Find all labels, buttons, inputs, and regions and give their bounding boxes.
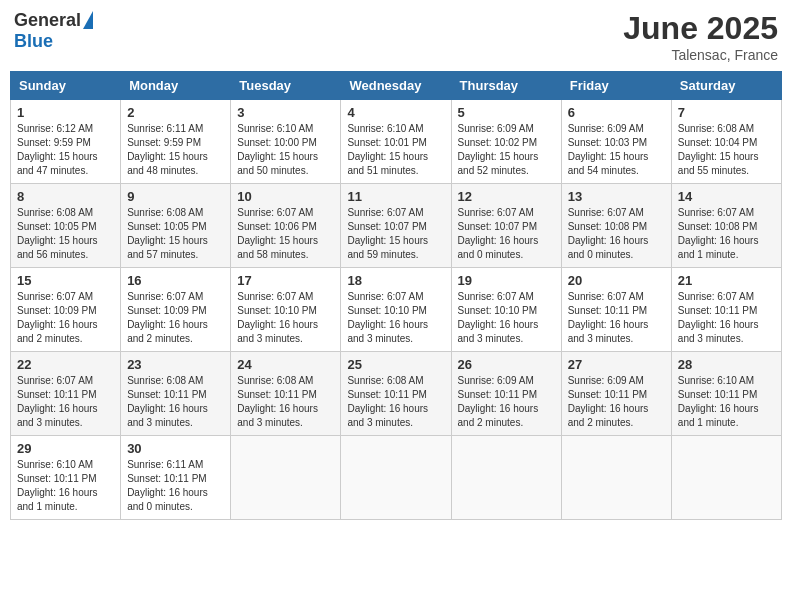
day-number: 18 xyxy=(347,273,444,288)
calendar-cell: 30Sunrise: 6:11 AM Sunset: 10:11 PM Dayl… xyxy=(121,436,231,520)
day-info: Sunrise: 6:08 AM Sunset: 10:11 PM Daylig… xyxy=(347,374,444,430)
day-number: 22 xyxy=(17,357,114,372)
calendar-cell: 25Sunrise: 6:08 AM Sunset: 10:11 PM Dayl… xyxy=(341,352,451,436)
day-number: 12 xyxy=(458,189,555,204)
calendar-cell: 24Sunrise: 6:08 AM Sunset: 10:11 PM Dayl… xyxy=(231,352,341,436)
day-number: 30 xyxy=(127,441,224,456)
weekday-header-sunday: Sunday xyxy=(11,72,121,100)
calendar-cell: 7Sunrise: 6:08 AM Sunset: 10:04 PM Dayli… xyxy=(671,100,781,184)
calendar-cell: 21Sunrise: 6:07 AM Sunset: 10:11 PM Dayl… xyxy=(671,268,781,352)
day-number: 21 xyxy=(678,273,775,288)
day-number: 4 xyxy=(347,105,444,120)
weekday-header-row: SundayMondayTuesdayWednesdayThursdayFrid… xyxy=(11,72,782,100)
calendar-week-4: 22Sunrise: 6:07 AM Sunset: 10:11 PM Dayl… xyxy=(11,352,782,436)
day-info: Sunrise: 6:07 AM Sunset: 10:10 PM Daylig… xyxy=(458,290,555,346)
day-number: 10 xyxy=(237,189,334,204)
day-number: 11 xyxy=(347,189,444,204)
calendar-cell xyxy=(341,436,451,520)
logo-general-text: General xyxy=(14,10,81,31)
title-area: June 2025 Talensac, France xyxy=(623,10,778,63)
day-info: Sunrise: 6:07 AM Sunset: 10:09 PM Daylig… xyxy=(17,290,114,346)
day-info: Sunrise: 6:07 AM Sunset: 10:07 PM Daylig… xyxy=(347,206,444,262)
day-number: 9 xyxy=(127,189,224,204)
weekday-header-thursday: Thursday xyxy=(451,72,561,100)
weekday-header-tuesday: Tuesday xyxy=(231,72,341,100)
calendar-cell: 29Sunrise: 6:10 AM Sunset: 10:11 PM Dayl… xyxy=(11,436,121,520)
day-info: Sunrise: 6:10 AM Sunset: 10:11 PM Daylig… xyxy=(17,458,114,514)
calendar-cell: 8Sunrise: 6:08 AM Sunset: 10:05 PM Dayli… xyxy=(11,184,121,268)
day-info: Sunrise: 6:07 AM Sunset: 10:10 PM Daylig… xyxy=(237,290,334,346)
day-number: 17 xyxy=(237,273,334,288)
day-number: 13 xyxy=(568,189,665,204)
day-number: 14 xyxy=(678,189,775,204)
weekday-header-friday: Friday xyxy=(561,72,671,100)
day-number: 26 xyxy=(458,357,555,372)
calendar-cell: 5Sunrise: 6:09 AM Sunset: 10:02 PM Dayli… xyxy=(451,100,561,184)
logo: General Blue xyxy=(14,10,93,52)
day-info: Sunrise: 6:07 AM Sunset: 10:11 PM Daylig… xyxy=(17,374,114,430)
day-info: Sunrise: 6:07 AM Sunset: 10:11 PM Daylig… xyxy=(568,290,665,346)
calendar-cell: 14Sunrise: 6:07 AM Sunset: 10:08 PM Dayl… xyxy=(671,184,781,268)
location-label: Talensac, France xyxy=(623,47,778,63)
calendar-cell: 1Sunrise: 6:12 AM Sunset: 9:59 PM Daylig… xyxy=(11,100,121,184)
day-info: Sunrise: 6:07 AM Sunset: 10:08 PM Daylig… xyxy=(678,206,775,262)
calendar-cell: 4Sunrise: 6:10 AM Sunset: 10:01 PM Dayli… xyxy=(341,100,451,184)
day-info: Sunrise: 6:08 AM Sunset: 10:11 PM Daylig… xyxy=(127,374,224,430)
day-info: Sunrise: 6:08 AM Sunset: 10:11 PM Daylig… xyxy=(237,374,334,430)
day-info: Sunrise: 6:11 AM Sunset: 10:11 PM Daylig… xyxy=(127,458,224,514)
day-info: Sunrise: 6:07 AM Sunset: 10:09 PM Daylig… xyxy=(127,290,224,346)
day-info: Sunrise: 6:08 AM Sunset: 10:05 PM Daylig… xyxy=(17,206,114,262)
day-number: 24 xyxy=(237,357,334,372)
calendar-cell: 6Sunrise: 6:09 AM Sunset: 10:03 PM Dayli… xyxy=(561,100,671,184)
day-info: Sunrise: 6:07 AM Sunset: 10:10 PM Daylig… xyxy=(347,290,444,346)
day-info: Sunrise: 6:07 AM Sunset: 10:07 PM Daylig… xyxy=(458,206,555,262)
day-number: 1 xyxy=(17,105,114,120)
day-info: Sunrise: 6:12 AM Sunset: 9:59 PM Dayligh… xyxy=(17,122,114,178)
calendar-cell: 13Sunrise: 6:07 AM Sunset: 10:08 PM Dayl… xyxy=(561,184,671,268)
day-number: 19 xyxy=(458,273,555,288)
weekday-header-wednesday: Wednesday xyxy=(341,72,451,100)
calendar-week-1: 1Sunrise: 6:12 AM Sunset: 9:59 PM Daylig… xyxy=(11,100,782,184)
calendar-cell xyxy=(561,436,671,520)
logo-blue-text: Blue xyxy=(14,31,53,52)
calendar-cell: 22Sunrise: 6:07 AM Sunset: 10:11 PM Dayl… xyxy=(11,352,121,436)
day-number: 15 xyxy=(17,273,114,288)
day-info: Sunrise: 6:09 AM Sunset: 10:11 PM Daylig… xyxy=(568,374,665,430)
day-info: Sunrise: 6:10 AM Sunset: 10:11 PM Daylig… xyxy=(678,374,775,430)
day-number: 28 xyxy=(678,357,775,372)
day-number: 23 xyxy=(127,357,224,372)
day-info: Sunrise: 6:07 AM Sunset: 10:06 PM Daylig… xyxy=(237,206,334,262)
calendar-header: SundayMondayTuesdayWednesdayThursdayFrid… xyxy=(11,72,782,100)
month-title: June 2025 xyxy=(623,10,778,47)
calendar-cell: 17Sunrise: 6:07 AM Sunset: 10:10 PM Dayl… xyxy=(231,268,341,352)
calendar-cell: 18Sunrise: 6:07 AM Sunset: 10:10 PM Dayl… xyxy=(341,268,451,352)
day-info: Sunrise: 6:07 AM Sunset: 10:08 PM Daylig… xyxy=(568,206,665,262)
day-info: Sunrise: 6:09 AM Sunset: 10:02 PM Daylig… xyxy=(458,122,555,178)
calendar-cell: 23Sunrise: 6:08 AM Sunset: 10:11 PM Dayl… xyxy=(121,352,231,436)
calendar-cell: 27Sunrise: 6:09 AM Sunset: 10:11 PM Dayl… xyxy=(561,352,671,436)
day-number: 2 xyxy=(127,105,224,120)
header: General Blue June 2025 Talensac, France xyxy=(10,10,782,63)
day-number: 25 xyxy=(347,357,444,372)
calendar-cell: 19Sunrise: 6:07 AM Sunset: 10:10 PM Dayl… xyxy=(451,268,561,352)
day-number: 3 xyxy=(237,105,334,120)
day-number: 16 xyxy=(127,273,224,288)
logo-triangle-icon xyxy=(83,11,93,29)
day-info: Sunrise: 6:10 AM Sunset: 10:01 PM Daylig… xyxy=(347,122,444,178)
calendar-cell: 3Sunrise: 6:10 AM Sunset: 10:00 PM Dayli… xyxy=(231,100,341,184)
day-info: Sunrise: 6:09 AM Sunset: 10:03 PM Daylig… xyxy=(568,122,665,178)
calendar-week-3: 15Sunrise: 6:07 AM Sunset: 10:09 PM Dayl… xyxy=(11,268,782,352)
day-info: Sunrise: 6:11 AM Sunset: 9:59 PM Dayligh… xyxy=(127,122,224,178)
weekday-header-monday: Monday xyxy=(121,72,231,100)
day-info: Sunrise: 6:10 AM Sunset: 10:00 PM Daylig… xyxy=(237,122,334,178)
day-number: 29 xyxy=(17,441,114,456)
calendar-cell: 28Sunrise: 6:10 AM Sunset: 10:11 PM Dayl… xyxy=(671,352,781,436)
calendar-week-2: 8Sunrise: 6:08 AM Sunset: 10:05 PM Dayli… xyxy=(11,184,782,268)
day-number: 27 xyxy=(568,357,665,372)
calendar-cell: 26Sunrise: 6:09 AM Sunset: 10:11 PM Dayl… xyxy=(451,352,561,436)
calendar-cell: 12Sunrise: 6:07 AM Sunset: 10:07 PM Dayl… xyxy=(451,184,561,268)
calendar-week-5: 29Sunrise: 6:10 AM Sunset: 10:11 PM Dayl… xyxy=(11,436,782,520)
day-number: 6 xyxy=(568,105,665,120)
day-info: Sunrise: 6:09 AM Sunset: 10:11 PM Daylig… xyxy=(458,374,555,430)
day-number: 20 xyxy=(568,273,665,288)
